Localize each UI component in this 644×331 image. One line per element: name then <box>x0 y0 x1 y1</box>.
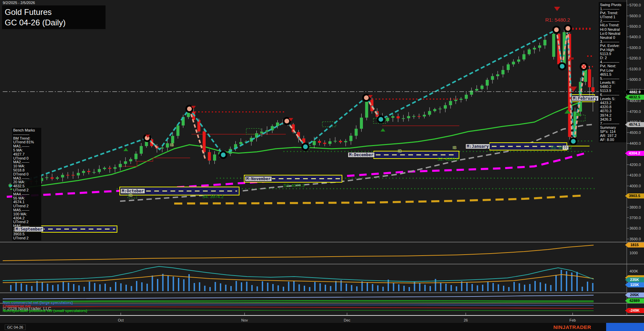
candle-up <box>45 178 48 178</box>
candle-up <box>177 125 180 136</box>
candle-up <box>517 60 520 62</box>
candle-up <box>276 122 279 126</box>
cot-green-line-2 <box>3 310 594 311</box>
candle-up <box>512 62 515 64</box>
candle-up <box>491 76 494 80</box>
pivot-marker <box>284 119 289 123</box>
candle-up <box>544 40 547 45</box>
candle-up <box>449 101 452 105</box>
candle-up <box>61 175 64 178</box>
candle-up <box>386 118 389 121</box>
candle-up <box>486 80 489 86</box>
candle-up <box>93 172 96 173</box>
pivot-marker <box>303 144 308 149</box>
candle-up <box>56 178 59 179</box>
candle-down <box>108 168 111 169</box>
candle-up <box>129 159 132 161</box>
candle-up <box>103 168 106 169</box>
candle-up <box>433 109 436 111</box>
candle-up <box>402 118 405 119</box>
candle-up <box>239 142 243 144</box>
candle-down <box>208 152 211 161</box>
candle-up <box>166 143 169 148</box>
candle-up <box>77 173 80 175</box>
open-interest-line <box>3 275 594 283</box>
candle-up <box>40 178 43 181</box>
candle-up <box>460 99 463 100</box>
candle-up <box>507 64 510 70</box>
candle-down <box>339 141 342 142</box>
candle-up <box>124 161 127 164</box>
pivot-marker <box>221 152 226 157</box>
candle-up <box>365 100 368 118</box>
candle-up <box>423 115 426 116</box>
candle-up <box>496 74 499 76</box>
candle-up <box>502 70 505 74</box>
candle-up <box>213 155 216 161</box>
candle-up <box>439 109 442 109</box>
candle-up <box>428 111 431 115</box>
pivot-marker <box>187 107 192 111</box>
candle-up <box>344 141 347 142</box>
pivot-marker <box>364 95 369 100</box>
noncommercial-net-line <box>3 295 594 299</box>
candle-up <box>82 171 85 173</box>
candle-down <box>397 116 400 118</box>
bottom-right-accent[interactable] <box>606 323 644 331</box>
buy-triangle-icon <box>381 128 385 132</box>
candle-up <box>19 183 22 185</box>
candle-down <box>592 87 595 92</box>
candle-down <box>588 69 591 87</box>
candle-up <box>349 136 352 141</box>
candle-up <box>334 141 337 142</box>
ib-range-box <box>322 122 336 127</box>
price-chart-canvas[interactable] <box>0 0 644 331</box>
instrument-tab[interactable]: GC 04-26 <box>5 325 26 330</box>
candle-up <box>412 116 415 117</box>
pivot-marker <box>378 117 383 122</box>
candle-up <box>161 147 164 148</box>
candle-down <box>51 178 54 179</box>
candle-down <box>203 132 206 152</box>
cot-green-line <box>3 302 594 302</box>
candlestick-series <box>9 28 595 189</box>
pivot-marker <box>571 139 576 144</box>
candle-up <box>454 100 457 101</box>
candle-down <box>198 120 201 132</box>
candle-up <box>140 146 143 154</box>
candle-up <box>481 86 484 89</box>
ma-200-line <box>174 195 585 204</box>
candle-down <box>30 181 33 182</box>
candle-down <box>66 175 69 175</box>
candle-up <box>360 118 363 129</box>
candle-down <box>318 141 321 143</box>
candle-down <box>418 116 421 117</box>
candle-up <box>98 169 101 172</box>
candle-up <box>171 136 174 143</box>
stop-step-line <box>122 158 190 166</box>
order-marker <box>569 57 574 60</box>
pivot-marker <box>554 27 559 32</box>
cot-blue-line <box>3 305 594 305</box>
total-volume-line <box>3 266 594 282</box>
candle-up <box>552 34 555 57</box>
candle-up <box>355 129 358 136</box>
swing-zigzag-teal <box>9 28 584 187</box>
candle-down <box>72 175 75 175</box>
candle-up <box>313 141 316 145</box>
candle-up <box>444 105 447 109</box>
candle-down <box>370 100 373 111</box>
candle-up <box>35 181 38 182</box>
candle-up <box>475 89 478 91</box>
sell-triangle-icon <box>554 7 560 11</box>
candle-up <box>135 154 138 159</box>
candle-up <box>465 95 468 99</box>
candle-up <box>470 91 473 95</box>
pivot-marker <box>566 26 570 31</box>
candle-up <box>407 116 410 118</box>
candle-up <box>391 116 394 118</box>
candle-up <box>538 45 541 48</box>
candle-up <box>533 48 536 49</box>
pivot-marker <box>560 64 565 69</box>
candle-up <box>328 141 331 144</box>
